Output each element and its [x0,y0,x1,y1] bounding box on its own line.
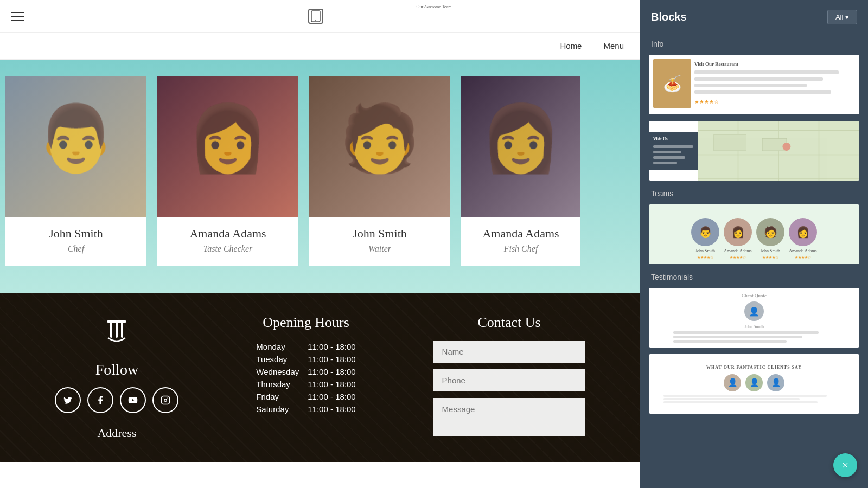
team-role-2: Taste Checker [163,244,293,254]
teams-block-preview: Our Awesome Team 👨 John Smith ★★★★☆ 👩 Am… [649,204,859,264]
teams-preview-item-1: 👨 John Smith ★★★★☆ [691,218,719,260]
opening-hours-column: Opening Hours Monday11:00 - 18:00Tuesday… [256,314,355,415]
svg-rect-17 [762,139,787,151]
hours-day: Friday [256,390,308,403]
twitter-button[interactable] [55,387,81,413]
hours-day: Saturday [256,403,308,415]
sidebar-block-info-1[interactable]: 🍝 Visit Our Restaurant ★★★★☆ [649,55,859,114]
info-block-1-preview: 🍝 Visit Our Restaurant ★★★★☆ [649,55,859,114]
contact-phone-input[interactable] [433,369,585,391]
team-photo-amanda-adams [157,76,298,217]
hamburger-menu[interactable] [11,12,24,21]
hours-row: Friday11:00 - 18:00 [256,390,355,403]
hours-time: 11:00 - 18:00 [308,365,355,378]
info-preview-image: 🍝 [653,59,691,108]
map-block-preview: Visit Us [649,121,859,181]
footer-content: Follow Address [0,314,640,440]
team-role-3: Waiter [315,244,445,254]
sidebar-block-info-2[interactable]: Visit Us [649,121,859,181]
main-content-area: Home Menu John Smith Chef Amanda Adams T… [0,0,640,488]
opening-hours-title: Opening Hours [263,314,349,331]
testimonial-2-preview: WHAT OUR FANTASTIC CLIENTS SAY 👤 👤 👤 [649,354,859,414]
hours-row: Tuesday11:00 - 18:00 [256,353,355,365]
sidebar-header: Blocks All ▾ [640,0,868,34]
teams-preview-item-2: 👩 Amanda Adams ★★★★☆ [724,218,752,260]
nav-menu[interactable]: Menu [603,41,624,50]
team-name-1: John Smith [11,227,141,241]
hours-time: 11:00 - 18:00 [308,341,355,353]
follow-label: Follow [95,361,138,378]
contact-message-input[interactable] [433,398,585,436]
facebook-button[interactable] [87,387,113,413]
address-label: Address [97,426,136,440]
team-card-info-4: Amanda Adams Fish Chef [461,217,580,266]
team-name-3: John Smith [315,227,445,241]
sidebar-block-teams-1[interactable]: Our Awesome Team 👨 John Smith ★★★★☆ 👩 Am… [649,204,859,264]
teams-preview-item-4: 👩 Amanda Adams ★★★★☆ [789,218,817,260]
map-preview-right [698,121,859,181]
team-section: John Smith Chef Amanda Adams Taste Check… [0,60,640,293]
client-quote-label: Client Quote [742,293,767,298]
svg-rect-2 [110,322,112,338]
nav-bar: Home Menu [0,33,640,60]
testimonial-1-preview: Client Quote 👤 John Smith [649,288,859,348]
sidebar-section-info-label: Info [640,34,868,52]
team-card-john-smith-chef[interactable]: John Smith Chef [5,76,146,266]
team-card-amanda-fish[interactable]: Amanda Adams Fish Chef [461,76,580,266]
team-card-amanda-adams-taste[interactable]: Amanda Adams Taste Checker [157,76,298,266]
all-filter-button[interactable]: All ▾ [827,10,857,24]
team-photo-john-smith-chef [5,76,146,217]
hours-day: Thursday [256,378,308,390]
nav-home[interactable]: Home [560,41,582,50]
svg-rect-4 [116,322,118,338]
hours-time: 11:00 - 18:00 [308,390,355,403]
sidebar-section-testimonials-label: Testimonials [640,267,868,285]
t2-avatar-1: 👤 [724,374,741,391]
t2-avatar-2: 👤 [745,374,763,391]
svg-point-7 [164,399,167,402]
mobile-preview-icon[interactable] [308,9,323,24]
top-bar [0,0,640,33]
instagram-button[interactable] [152,387,178,413]
testimonial-lines [673,331,835,343]
testimonial-2-avatars: 👤 👤 👤 [724,374,784,391]
sidebar-block-testimonial-1[interactable]: Client Quote 👤 John Smith [649,288,859,348]
team-name-4: Amanda Adams [467,227,575,241]
contact-title: Contact Us [433,314,585,331]
restaurant-logo [98,314,136,352]
svg-rect-16 [714,134,746,151]
footer-section: Follow Address [0,293,640,462]
svg-point-8 [168,397,169,399]
close-fab-button[interactable]: × [833,453,857,477]
team-card-info-2: Amanda Adams Taste Checker [157,217,298,266]
sidebar-block-testimonial-2[interactable]: WHAT OUR FANTASTIC CLIENTS SAY 👤 👤 👤 [649,354,859,414]
team-photo-john-smith-waiter [309,76,450,217]
svg-point-18 [782,143,790,151]
opening-hours-table: Monday11:00 - 18:00Tuesday11:00 - 18:00W… [256,341,355,415]
team-photo-amanda-fish [461,76,580,217]
team-card-info-3: John Smith Waiter [309,217,450,266]
map-preview-left: Visit Us [649,132,698,170]
sidebar-title: Blocks [651,11,687,23]
svg-point-1 [315,20,316,21]
hours-row: Monday11:00 - 18:00 [256,341,355,353]
hours-time: 11:00 - 18:00 [308,403,355,415]
team-card-john-smith-waiter[interactable]: John Smith Waiter [309,76,450,266]
hours-day: Monday [256,341,308,353]
hours-row: Wednesday11:00 - 18:00 [256,365,355,378]
teams-preview-item-3: 🧑 John Smith ★★★★☆ [756,218,784,260]
hours-day: Tuesday [256,353,308,365]
svg-rect-3 [121,322,123,338]
youtube-button[interactable] [120,387,146,413]
hours-time: 11:00 - 18:00 [308,353,355,365]
team-role-4: Fish Chef [467,244,575,254]
contact-column: Contact Us [433,314,585,436]
right-sidebar: Blocks All ▾ Info 🍝 Visit Our Restaurant… [640,0,868,488]
hours-time: 11:00 - 18:00 [308,378,355,390]
svg-rect-6 [162,396,170,404]
svg-rect-5 [107,320,126,323]
contact-name-input[interactable] [433,341,585,363]
sidebar-section-teams-label: Teams [640,184,868,201]
team-name-2: Amanda Adams [163,227,293,241]
t2-avatar-3: 👤 [767,374,784,391]
